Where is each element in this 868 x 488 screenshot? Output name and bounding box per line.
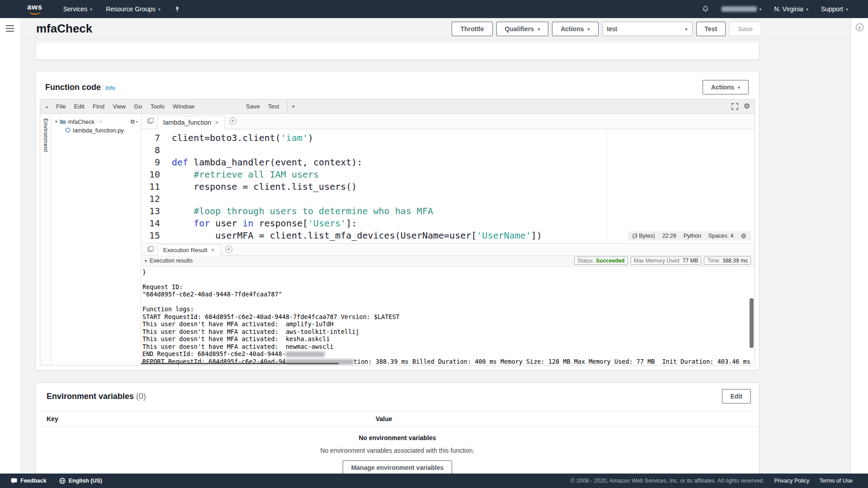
collapse-menubar-icon[interactable]: ▴ bbox=[46, 104, 48, 109]
save-label: Save bbox=[738, 25, 753, 33]
designer-panel-partial bbox=[35, 43, 760, 60]
menu-view[interactable]: View bbox=[113, 103, 126, 110]
time-value: 388.39 ms bbox=[722, 258, 748, 264]
language-mode[interactable]: Python bbox=[684, 233, 701, 239]
nav-services[interactable]: Services ▾ bbox=[63, 5, 93, 13]
test-menu-caret[interactable]: ▾ bbox=[287, 99, 299, 113]
column-key: Key bbox=[47, 415, 376, 422]
tab-execution-result[interactable]: Execution Result × bbox=[157, 244, 221, 256]
function-code-panel: Function code Info Actions▾ ▴ File Edit … bbox=[35, 71, 760, 371]
function-code-title: Function code bbox=[45, 83, 101, 92]
nav-resource-groups-label: Resource Groups bbox=[106, 5, 156, 13]
file-tree: ▾ mfaCheck - / ⚙ ▾ bbox=[52, 114, 141, 366]
speech-bubble-icon bbox=[11, 478, 17, 484]
menu-edit[interactable]: Edit bbox=[74, 103, 85, 110]
save-button[interactable]: Save bbox=[729, 22, 761, 36]
header-controls: Throttle Qualifiers▾ Actions▾ test▾ Test… bbox=[452, 22, 761, 36]
nav-resource-groups[interactable]: Resource Groups ▾ bbox=[106, 5, 160, 13]
language-selector[interactable]: English (US) bbox=[59, 478, 102, 484]
test-event-value: test bbox=[607, 25, 618, 33]
tab-list-icon bbox=[147, 118, 154, 124]
privacy-policy-link[interactable]: Privacy Policy bbox=[774, 478, 810, 484]
notifications-bell[interactable] bbox=[702, 5, 709, 13]
spaces-setting[interactable]: Spaces: 4 bbox=[708, 233, 734, 239]
aws-logo[interactable]: aws bbox=[27, 4, 42, 14]
menu-tools[interactable]: Tools bbox=[150, 103, 165, 110]
nav-pin[interactable] bbox=[174, 6, 180, 13]
chevron-down-icon: ▾ bbox=[538, 27, 540, 32]
main-content: Function code Info Actions▾ ▴ File Edit … bbox=[35, 39, 760, 477]
chevron-down-icon: ▾ bbox=[136, 120, 138, 124]
nav-region-label: N. Virginia bbox=[774, 5, 803, 13]
ide-settings-gear-icon[interactable]: ⚙ bbox=[744, 103, 750, 110]
info-link[interactable]: Info bbox=[105, 84, 115, 91]
qualifiers-button[interactable]: Qualifiers▾ bbox=[496, 22, 549, 36]
menu-go[interactable]: Go bbox=[134, 103, 142, 110]
tab-lambda-function[interactable]: lambda_function × bbox=[157, 116, 225, 129]
edit-button[interactable]: Edit bbox=[722, 389, 751, 404]
menu-window[interactable]: Window bbox=[173, 103, 194, 110]
top-nav: aws Services ▾ Resource Groups ▾ bbox=[0, 0, 868, 18]
time-label: Time: bbox=[707, 258, 721, 264]
test-event-select[interactable]: test▾ bbox=[602, 22, 693, 36]
close-icon[interactable]: × bbox=[215, 119, 218, 126]
info-icon[interactable]: i bbox=[856, 23, 863, 31]
tree-settings-button[interactable]: ⚙ ▾ bbox=[130, 119, 138, 125]
environment-tab[interactable]: Environment bbox=[40, 114, 52, 366]
file-size: (3 Bytes) bbox=[632, 233, 655, 239]
code-actions-button[interactable]: Actions▾ bbox=[703, 80, 749, 94]
edit-label: Edit bbox=[731, 393, 742, 400]
nav-user-menu[interactable]: ▾ bbox=[722, 6, 762, 12]
username-redacted bbox=[722, 6, 757, 12]
ide-body: Environment ▾ mfaCheck - / ⚙ bbox=[40, 114, 755, 366]
log-horizontal-scrollbar[interactable] bbox=[141, 363, 339, 364]
actions-label: Actions bbox=[561, 25, 584, 33]
test-label: Test bbox=[705, 25, 717, 33]
statusbar-gear-icon[interactable]: ⚙ bbox=[741, 233, 746, 239]
menu-save[interactable]: Save bbox=[246, 103, 260, 110]
python-file-icon bbox=[65, 127, 71, 133]
hamburger-menu-icon[interactable] bbox=[6, 25, 20, 32]
environment-tab-label: Environment bbox=[42, 118, 49, 366]
cursor-position: 22:26 bbox=[662, 233, 676, 239]
env-empty-state: No environment variables No environment … bbox=[36, 427, 759, 475]
terms-of-use-link[interactable]: Terms of Use bbox=[819, 478, 853, 484]
nav-region[interactable]: N. Virginia ▾ bbox=[774, 5, 808, 13]
editor-statusbar: (3 Bytes) 22:26 Python Spaces: 4 ⚙ bbox=[628, 231, 751, 240]
status-label: Status: bbox=[577, 258, 594, 264]
ide-left-sidebar: Environment ▾ mfaCheck - / ⚙ bbox=[40, 114, 141, 366]
test-button[interactable]: Test bbox=[696, 22, 726, 36]
log-vertical-scrollbar[interactable] bbox=[750, 298, 754, 348]
code-editor[interactable]: 789101112131415 client=boto3.client('iam… bbox=[141, 129, 755, 243]
actions-button[interactable]: Actions▾ bbox=[552, 22, 598, 36]
tree-folder-mfacheck[interactable]: ▾ mfaCheck - / ⚙ ▾ bbox=[52, 117, 141, 126]
new-tab-button[interactable]: + bbox=[229, 117, 236, 125]
execution-results-header: ▾ Execution results Status: Succeeded Ma… bbox=[141, 256, 755, 267]
tree-file-label: lambda_function.py bbox=[73, 127, 124, 134]
code-gutter[interactable]: 789101112131415 bbox=[141, 129, 166, 243]
execution-results-toggle[interactable]: ▾ Execution results bbox=[145, 258, 193, 264]
tree-folder-path: - / bbox=[97, 118, 102, 125]
manage-environment-variables-button[interactable]: Manage environment variables bbox=[343, 460, 453, 475]
close-icon[interactable]: × bbox=[211, 247, 215, 253]
new-tab-button[interactable]: + bbox=[225, 246, 232, 253]
execution-tabstrip: Execution Result × + bbox=[141, 243, 755, 256]
cloud9-ide: ▴ File Edit Find View Go Tools Window Sa… bbox=[40, 99, 755, 366]
code-lines[interactable]: client=boto3.client('iam') def lambda_ha… bbox=[166, 129, 755, 243]
throttle-button[interactable]: Throttle bbox=[452, 22, 492, 36]
chevron-down-icon: ▾ bbox=[588, 27, 590, 32]
menu-find[interactable]: Find bbox=[93, 103, 104, 110]
nav-support[interactable]: Support ▾ bbox=[821, 5, 848, 13]
tree-file-lambda-function[interactable]: lambda_function.py bbox=[52, 126, 141, 135]
execution-results-label: Execution results bbox=[150, 258, 193, 264]
aws-logo-text: aws bbox=[27, 4, 42, 10]
globe-icon bbox=[59, 478, 66, 484]
print-margin-line bbox=[607, 129, 607, 243]
menu-file[interactable]: File bbox=[56, 103, 66, 110]
env-vars-title-text: Environment variables bbox=[47, 392, 134, 401]
menu-test[interactable]: Test bbox=[268, 103, 279, 110]
time-badge: Time: 388.39 ms bbox=[704, 257, 751, 265]
fullscreen-icon[interactable] bbox=[731, 103, 738, 110]
editor-tabstrip: lambda_function × + bbox=[141, 114, 755, 129]
feedback-button[interactable]: Feedback bbox=[11, 478, 47, 484]
